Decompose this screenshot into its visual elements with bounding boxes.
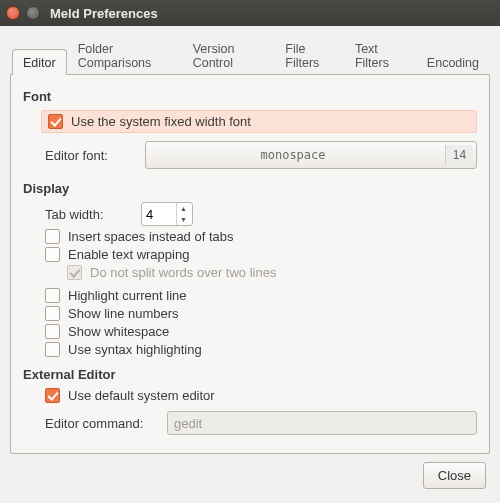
editor-command-input [167,411,477,435]
row-nosplit: Do not split words over two lines [67,265,477,280]
row-wrap[interactable]: Enable text wrapping [45,247,477,262]
row-syntax[interactable]: Use syntax highlighting [45,342,477,357]
row-default-editor[interactable]: Use default system editor [45,388,477,403]
tab-file-filters[interactable]: File Filters [274,35,344,75]
row-editor-font: Editor font: monospace 14 [45,141,477,169]
label-default-editor: Use default system editor [68,388,215,403]
checkbox-linenums[interactable] [45,306,60,321]
row-use-system-font[interactable]: Use the system fixed width font [41,110,477,133]
checkbox-syntax[interactable] [45,342,60,357]
row-tab-width: Tab width: ▲ ▼ [45,202,477,226]
window-title: Meld Preferences [50,6,158,21]
label-nosplit: Do not split words over two lines [90,265,276,280]
tab-width-input[interactable] [142,203,176,225]
row-editor-command: Editor command: [45,411,477,435]
window-close-icon[interactable] [6,6,20,20]
checkbox-default-editor[interactable] [45,388,60,403]
font-size: 14 [445,145,473,165]
close-button[interactable]: Close [423,462,486,489]
tab-width-down[interactable]: ▼ [177,214,190,225]
label-linenums: Show line numbers [68,306,179,321]
label-editor-font: Editor font: [45,148,135,163]
dialog-footer: Close [10,454,490,489]
tab-panel-editor: Font Use the system fixed width font Edi… [10,75,490,454]
label-wrap: Enable text wrapping [68,247,189,262]
window-minimize-icon[interactable] [26,6,40,20]
label-tab-width: Tab width: [45,207,141,222]
label-syntax: Use syntax highlighting [68,342,202,357]
checkbox-use-system-font[interactable] [48,114,63,129]
row-whitespace[interactable]: Show whitespace [45,324,477,339]
tab-width-up[interactable]: ▲ [177,203,190,214]
row-linenums[interactable]: Show line numbers [45,306,477,321]
tab-editor[interactable]: Editor [12,49,67,75]
section-title-display: Display [23,181,477,196]
checkbox-whitespace[interactable] [45,324,60,339]
label-editor-command: Editor command: [45,416,157,431]
checkbox-wrap[interactable] [45,247,60,262]
label-highlight: Highlight current line [68,288,187,303]
checkbox-nosplit [67,265,82,280]
row-highlight[interactable]: Highlight current line [45,288,477,303]
tab-version-control[interactable]: Version Control [182,35,275,75]
label-whitespace: Show whitespace [68,324,169,339]
window-body: Editor Folder Comparisons Version Contro… [0,26,500,497]
section-title-external: External Editor [23,367,477,382]
tabs-bar: Editor Folder Comparisons Version Contro… [10,34,490,75]
label-use-system-font: Use the system fixed width font [71,114,251,129]
checkbox-insert-spaces[interactable] [45,229,60,244]
label-insert-spaces: Insert spaces instead of tabs [68,229,233,244]
title-bar: Meld Preferences [0,0,500,26]
font-chooser-button[interactable]: monospace 14 [145,141,477,169]
tab-width-stepper[interactable]: ▲ ▼ [141,202,193,226]
row-insert-spaces[interactable]: Insert spaces instead of tabs [45,229,477,244]
section-title-font: Font [23,89,477,104]
tab-folder-comparisons[interactable]: Folder Comparisons [67,35,182,75]
font-name: monospace [260,148,325,162]
checkbox-highlight[interactable] [45,288,60,303]
tab-text-filters[interactable]: Text Filters [344,35,416,75]
tab-encoding[interactable]: Encoding [416,49,490,75]
